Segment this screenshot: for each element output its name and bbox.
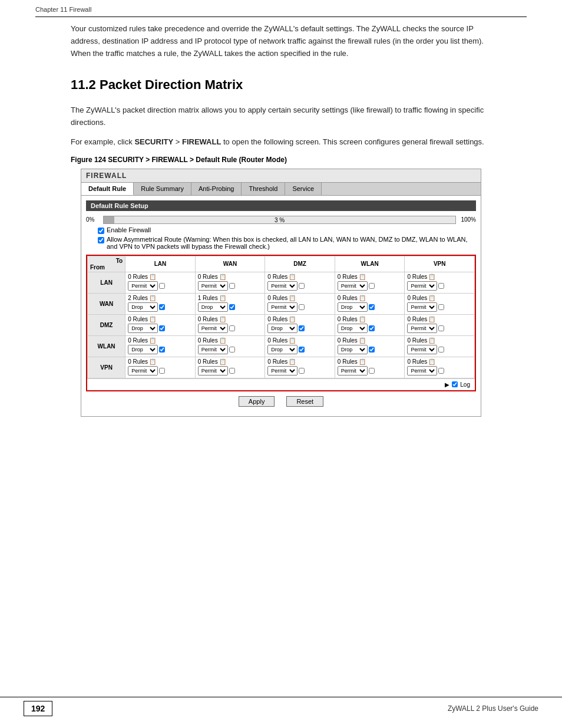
rules-count: 0 Rules <box>338 295 358 301</box>
log-checkbox[interactable] <box>369 368 375 374</box>
log-checkbox[interactable] <box>438 368 444 374</box>
matrix-container: To From LAN WAN DMZ WLAN VPN <box>86 255 476 391</box>
edit-icon[interactable]: 📋 <box>219 274 226 280</box>
to-label: To <box>90 258 123 264</box>
action-select[interactable]: PermitDrop <box>128 281 158 291</box>
edit-icon[interactable]: 📋 <box>289 295 296 301</box>
tab-rule-summary[interactable]: Rule Summary <box>134 183 191 195</box>
log-checkbox[interactable] <box>369 304 375 310</box>
log-checkbox[interactable] <box>229 325 235 331</box>
log-checkbox[interactable] <box>229 347 235 353</box>
action-select[interactable]: PermitDrop <box>407 281 437 291</box>
log-checkbox[interactable] <box>159 325 165 331</box>
reset-button[interactable]: Reset <box>286 396 323 407</box>
action-select[interactable]: PermitDrop <box>267 302 297 312</box>
edit-icon[interactable]: 📋 <box>428 316 435 322</box>
action-select[interactable]: PermitDrop <box>407 345 437 354</box>
action-select[interactable]: DropPermit <box>198 302 228 312</box>
edit-icon[interactable]: 📋 <box>149 316 156 322</box>
action-select[interactable]: PermitDrop <box>267 366 297 375</box>
log-checkbox[interactable] <box>369 283 375 289</box>
edit-icon[interactable]: 📋 <box>428 274 435 280</box>
edit-icon[interactable]: 📋 <box>149 274 156 280</box>
action-select[interactable]: PermitDrop <box>407 324 437 333</box>
from-wan: WAN <box>88 293 125 314</box>
log-checkbox[interactable] <box>438 325 444 331</box>
action-select[interactable]: PermitDrop <box>338 366 368 375</box>
edit-icon[interactable]: 📋 <box>428 337 435 344</box>
log-checkbox[interactable] <box>299 304 305 310</box>
edit-icon[interactable]: 📋 <box>359 358 366 365</box>
cell-wlan-wan: 0 Rules 📋 PermitDrop <box>195 335 265 357</box>
log-checkbox[interactable] <box>159 304 165 310</box>
allow-asymmetrical-checkbox[interactable] <box>98 237 104 243</box>
log-checkbox[interactable] <box>299 325 305 331</box>
log-checkbox[interactable] <box>299 368 305 374</box>
enable-firewall-row: Enable Firewall <box>98 226 476 234</box>
edit-icon[interactable]: 📋 <box>289 337 296 344</box>
footer-log-checkbox[interactable] <box>452 381 458 387</box>
edit-icon[interactable]: 📋 <box>289 316 296 322</box>
tab-default-rule[interactable]: Default Rule <box>81 183 134 195</box>
edit-icon[interactable]: 📋 <box>149 295 156 301</box>
action-select[interactable]: DropPermit <box>128 345 158 354</box>
log-checkbox[interactable] <box>229 283 235 289</box>
tab-threshold[interactable]: Threshold <box>242 183 285 195</box>
cell-vpn-wlan: 0 Rules 📋 PermitDrop <box>335 357 405 378</box>
edit-icon[interactable]: 📋 <box>359 337 366 344</box>
edit-icon[interactable]: 📋 <box>219 295 226 301</box>
log-checkbox[interactable] <box>159 347 165 353</box>
action-select[interactable]: PermitDrop <box>198 281 228 291</box>
rules-count: 0 Rules <box>267 295 287 301</box>
action-select[interactable]: DropPermit <box>128 324 158 333</box>
log-checkbox[interactable] <box>299 283 305 289</box>
log-checkbox[interactable] <box>299 347 305 353</box>
log-checkbox[interactable] <box>159 368 165 374</box>
enable-firewall-checkbox[interactable] <box>98 228 104 234</box>
action-select[interactable]: PermitDrop <box>198 366 228 375</box>
edit-icon[interactable]: 📋 <box>359 295 366 301</box>
edit-icon[interactable]: 📋 <box>219 337 226 344</box>
log-checkbox[interactable] <box>438 304 444 310</box>
action-select[interactable]: DropPermit <box>338 324 368 333</box>
edit-icon[interactable]: 📋 <box>289 274 296 280</box>
edit-icon[interactable]: 📋 <box>359 316 366 322</box>
table-row: LAN 0 Rules 📋 PermitDrop <box>88 272 475 293</box>
action-select[interactable]: DropPermit <box>338 345 368 354</box>
edit-icon[interactable]: 📋 <box>219 358 226 365</box>
edit-icon[interactable]: 📋 <box>359 274 366 280</box>
cell-wan-wan: 1 Rules 📋 DropPermit <box>195 293 265 314</box>
action-select[interactable]: DropPermit <box>267 324 297 333</box>
tab-service[interactable]: Service <box>285 183 322 195</box>
action-select[interactable]: PermitDrop <box>267 281 297 291</box>
action-select[interactable]: PermitDrop <box>198 345 228 354</box>
edit-icon[interactable]: 📋 <box>428 358 435 365</box>
action-select[interactable]: PermitDrop <box>198 324 228 333</box>
log-checkbox[interactable] <box>229 304 235 310</box>
edit-icon[interactable]: 📋 <box>219 316 226 322</box>
log-checkbox[interactable] <box>438 347 444 353</box>
edit-icon[interactable]: 📋 <box>428 295 435 301</box>
log-checkbox[interactable] <box>369 347 375 353</box>
figure-label: Figure 124 SECURITY > FIREWALL > Default… <box>71 156 491 164</box>
action-select[interactable]: DropPermit <box>267 345 297 354</box>
log-checkbox[interactable] <box>229 368 235 374</box>
apply-button[interactable]: Apply <box>239 396 275 407</box>
action-select[interactable]: PermitDrop <box>128 366 158 375</box>
log-checkbox[interactable] <box>369 325 375 331</box>
log-checkbox[interactable] <box>438 283 444 289</box>
edit-icon[interactable]: 📋 <box>289 358 296 365</box>
log-checkbox[interactable] <box>159 283 165 289</box>
edit-icon[interactable]: 📋 <box>149 358 156 365</box>
action-select[interactable]: PermitDrop <box>407 302 437 312</box>
action-select[interactable]: DropPermit <box>128 302 158 312</box>
desc2-bold2: FIREWALL <box>182 137 221 146</box>
page-wrapper: Chapter 11 Firewall Your customized rule… <box>0 0 562 728</box>
cell-lan-vpn: 0 Rules 📋 PermitDrop <box>405 272 475 293</box>
tab-anti-probing[interactable]: Anti-Probing <box>191 183 242 195</box>
action-select[interactable]: PermitDrop <box>338 281 368 291</box>
edit-icon[interactable]: 📋 <box>149 337 156 344</box>
firewall-ui-container: FIREWALL Default Rule Rule Summary Anti-… <box>81 169 481 417</box>
action-select[interactable]: PermitDrop <box>407 366 437 375</box>
action-select[interactable]: DropPermit <box>338 302 368 312</box>
